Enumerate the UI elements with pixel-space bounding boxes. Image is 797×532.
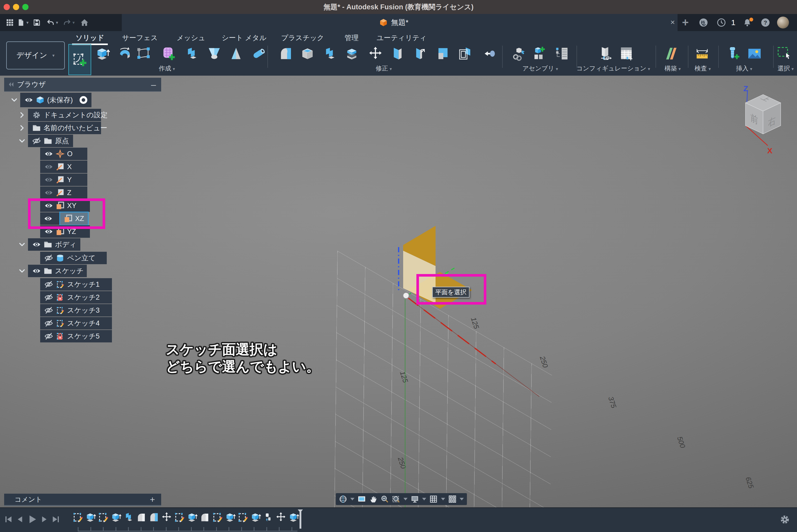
- look-at-icon[interactable]: [357, 495, 366, 503]
- browser-row-origin[interactable]: 原点: [18, 135, 73, 147]
- timeline-extrude[interactable]: [288, 512, 299, 523]
- tab-surface[interactable]: サーフェス: [122, 33, 158, 42]
- timeline-sketch[interactable]: [72, 512, 84, 523]
- visibility-eye-icon[interactable]: [44, 163, 53, 171]
- visibility-eye-icon[interactable]: [44, 175, 53, 184]
- file-menu-button[interactable]: ▾: [16, 14, 30, 31]
- job-status-icon[interactable]: [714, 14, 729, 31]
- zoom-window-icon[interactable]: [392, 495, 400, 503]
- timeline-sketch[interactable]: [237, 512, 248, 523]
- tab-utilities[interactable]: ユーティリティ: [377, 33, 427, 42]
- boolean-button[interactable]: [183, 45, 200, 62]
- create-form-button[interactable]: [161, 45, 177, 62]
- press-pull-button[interactable]: [481, 45, 497, 62]
- visibility-eye-icon[interactable]: [44, 149, 53, 158]
- timeline-fillet[interactable]: [135, 512, 147, 523]
- group-configuration[interactable]: コンフィギュレーション▾: [576, 64, 650, 73]
- timeline-fillet[interactable]: [199, 512, 210, 523]
- visibility-eye-off-icon[interactable]: [44, 319, 53, 328]
- construct-plane-button[interactable]: [663, 45, 679, 62]
- group-assembly[interactable]: アセンブリ▾: [522, 64, 558, 73]
- measure-button[interactable]: [694, 45, 710, 62]
- browser-row-pen-stand-body[interactable]: ペン立て: [40, 252, 107, 264]
- browser-row-sketch4[interactable]: スケッチ4: [40, 317, 112, 329]
- display-settings-icon[interactable]: [411, 495, 419, 503]
- orbit-icon[interactable]: [339, 495, 347, 503]
- orbit-dropdown[interactable]: [350, 498, 354, 500]
- visibility-eye-icon[interactable]: [24, 96, 33, 104]
- close-tab-icon[interactable]: ×: [668, 18, 677, 27]
- timeline-playhead[interactable]: [299, 510, 301, 529]
- grid-settings-icon[interactable]: [429, 495, 438, 503]
- browser-row-sketch1[interactable]: スケッチ1: [40, 278, 112, 291]
- save-button[interactable]: [30, 14, 44, 31]
- browser-row-sketch3[interactable]: スケッチ3: [40, 304, 112, 317]
- visibility-eye-off-icon[interactable]: [44, 293, 53, 302]
- group-inspect[interactable]: 検査▾: [694, 64, 711, 73]
- create-sketch-button[interactable]: [69, 44, 91, 75]
- visibility-eye-icon[interactable]: [32, 267, 41, 275]
- browser-row-sketch5[interactable]: スケッチ5: [40, 330, 112, 342]
- step-back-button[interactable]: [16, 514, 24, 525]
- insert-fastener-button[interactable]: [726, 45, 742, 62]
- visibility-eye-off-icon[interactable]: [44, 253, 53, 262]
- timeline-extrude[interactable]: [85, 512, 96, 523]
- timeline-extrude[interactable]: [224, 512, 236, 523]
- workspace-mode-button[interactable]: デザイン▾: [6, 41, 65, 70]
- browser-row-sketches-folder[interactable]: スケッチ: [18, 265, 87, 277]
- extensions-icon[interactable]: [693, 14, 714, 31]
- timeline-extrude[interactable]: [186, 512, 198, 523]
- offset-face-button[interactable]: [410, 45, 426, 62]
- visibility-eye-off-icon[interactable]: [44, 332, 53, 341]
- timeline-extrude[interactable]: [123, 512, 134, 523]
- loft-button[interactable]: [206, 45, 222, 62]
- rib-button[interactable]: [228, 45, 244, 62]
- tab-sheetmetal[interactable]: シート メタル: [222, 33, 266, 42]
- display-settings-dropdown[interactable]: [422, 498, 426, 500]
- browser-row-x-axis[interactable]: X: [40, 160, 87, 173]
- redo-button[interactable]: ▾: [61, 14, 77, 31]
- pan-icon[interactable]: [369, 495, 377, 503]
- undo-button[interactable]: ▾: [44, 14, 61, 31]
- browser-row-sketch2[interactable]: スケッチ2: [40, 291, 112, 304]
- viewports-icon[interactable]: [448, 495, 457, 503]
- group-insert[interactable]: 挿入▾: [736, 64, 753, 73]
- browser-row-named-views[interactable]: 名前の付いたビュー: [18, 122, 101, 134]
- timeline-extrude[interactable]: [250, 512, 261, 523]
- browser-row-document-settings[interactable]: ドキュメントの設定: [18, 109, 101, 121]
- visibility-eye-off-icon[interactable]: [44, 280, 53, 289]
- tab-mesh[interactable]: メッシュ: [177, 33, 205, 42]
- timeline-ruler[interactable]: [78, 527, 297, 531]
- comments-bar[interactable]: コメント +: [4, 494, 161, 506]
- group-construct[interactable]: 構築▾: [665, 64, 681, 73]
- visibility-eye-off-icon[interactable]: [32, 136, 41, 145]
- play-button[interactable]: [27, 514, 37, 525]
- sweep-button[interactable]: [135, 45, 152, 62]
- add-comment-icon[interactable]: +: [150, 494, 155, 505]
- timeline-sketch[interactable]: [212, 512, 223, 523]
- notifications-bell-icon[interactable]: [738, 14, 757, 31]
- group-select[interactable]: 選択▾: [778, 64, 794, 73]
- browser-row-z-axis[interactable]: Z: [40, 187, 87, 199]
- viewcube[interactable]: 上 前 右 Z X: [740, 86, 797, 160]
- extrude-button[interactable]: [94, 45, 110, 62]
- step-forward-button[interactable]: [40, 514, 49, 525]
- grid-settings-dropdown[interactable]: [441, 498, 445, 500]
- viewport[interactable]: 125 250 125 250 375 500 625 スケッチ面選択は どちら…: [0, 76, 797, 532]
- revolve-button[interactable]: [117, 45, 133, 62]
- move-button[interactable]: [367, 45, 384, 62]
- split-body-button[interactable]: [344, 45, 360, 62]
- tab-manage[interactable]: 管理: [345, 33, 358, 42]
- home-view-button[interactable]: [77, 14, 92, 31]
- group-create[interactable]: 作成▾: [159, 64, 175, 73]
- avatar[interactable]: [774, 14, 792, 31]
- collapse-panel-icon[interactable]: –: [151, 79, 156, 90]
- browser-row-y-axis[interactable]: Y: [40, 173, 87, 186]
- timeline-move[interactable]: [161, 512, 172, 523]
- browser-row-origin-point[interactable]: O: [40, 148, 87, 160]
- browser-row-bodies-folder[interactable]: ボディ: [18, 238, 80, 251]
- timeline-move[interactable]: [275, 512, 286, 523]
- select-button[interactable]: [776, 45, 792, 62]
- timeline-extrude[interactable]: [110, 512, 122, 523]
- pattern-button[interactable]: [457, 45, 473, 62]
